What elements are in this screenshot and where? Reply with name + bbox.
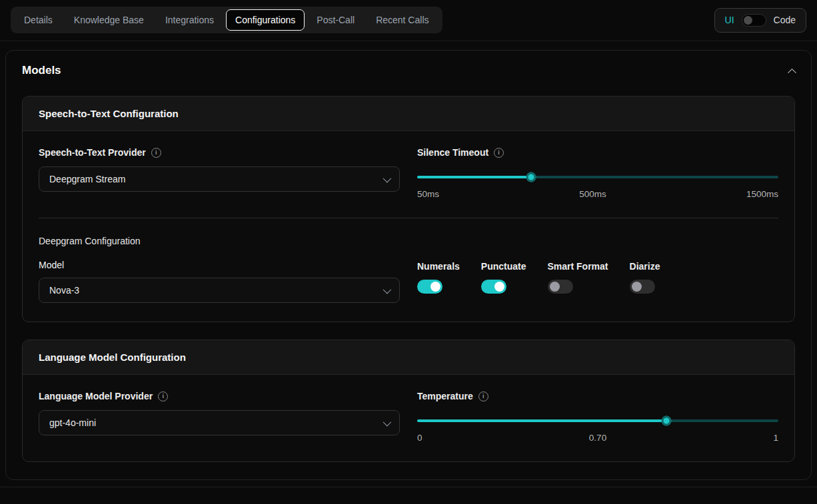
silence-timeout-field: Silence Timeout: [417, 147, 778, 199]
smart-format-label: Smart Format: [548, 261, 608, 272]
ui-mode-label[interactable]: UI: [725, 15, 734, 25]
switch-knob: [550, 282, 560, 292]
temperature-scale: 0 0.70 1: [417, 433, 778, 443]
llm-provider-label: Language Model Provider: [39, 391, 153, 401]
ui-code-switch[interactable]: [742, 14, 766, 27]
diarize-toggle-group: Diarize: [630, 261, 660, 294]
slider-fill: [417, 419, 666, 422]
temperature-slider[interactable]: [417, 416, 778, 425]
cards-container: Speech-to-Text Configuration Speech-to-T…: [22, 96, 795, 462]
scale-mid: 500ms: [579, 189, 606, 199]
slider-fill: [417, 176, 531, 178]
numerals-label: Numerals: [417, 261, 460, 272]
switch-knob: [430, 282, 440, 292]
deepgram-model-select[interactable]: Nova-3: [39, 278, 400, 303]
switch-knob: [632, 282, 642, 292]
tab-recent-calls[interactable]: Recent Calls: [367, 9, 438, 31]
scale-min: 0: [417, 433, 422, 443]
code-mode-label[interactable]: Code: [774, 15, 796, 25]
model-label: Model: [39, 260, 400, 270]
slider-track: [417, 176, 778, 178]
silence-timeout-label: Silence Timeout: [417, 147, 488, 158]
divider: [39, 218, 778, 218]
chevron-down-icon: [383, 285, 392, 294]
info-icon[interactable]: [158, 391, 168, 401]
llm-card: Language Model Configuration Language Mo…: [22, 340, 795, 462]
llm-provider-value: gpt-4o-mini: [49, 417, 96, 428]
slider-thumb[interactable]: [526, 172, 536, 182]
tab-post-call[interactable]: Post-Call: [307, 9, 364, 31]
chevron-down-icon: [383, 174, 392, 182]
punctuate-label: Punctuate: [481, 261, 526, 272]
stt-provider-field: Speech-to-Text Provider Deepgram Stream: [39, 147, 400, 199]
stt-provider-select[interactable]: Deepgram Stream: [39, 166, 400, 192]
llm-card-title: Language Model Configuration: [23, 340, 794, 375]
llm-card-body: Language Model Provider gpt-4o-mini Temp…: [23, 375, 794, 461]
punctuate-toggle-group: Punctuate: [481, 261, 526, 294]
top-bar: Details Knowledge Base Integrations Conf…: [0, 0, 817, 41]
silence-timeout-slider[interactable]: [417, 172, 778, 182]
info-icon[interactable]: [151, 148, 161, 158]
bottom-divider: [0, 487, 817, 487]
chevron-down-icon: [383, 417, 392, 426]
tab-details[interactable]: Details: [15, 9, 62, 31]
tab-strip: Details Knowledge Base Integrations Conf…: [11, 7, 442, 33]
slider-track: [417, 419, 778, 422]
tab-integrations[interactable]: Integrations: [156, 9, 223, 31]
switch-knob: [744, 16, 752, 25]
diarize-toggle[interactable]: [630, 280, 655, 294]
scale-mid: 0.70: [589, 433, 606, 443]
stt-card: Speech-to-Text Configuration Speech-to-T…: [22, 96, 795, 322]
numerals-toggle[interactable]: [417, 280, 442, 294]
smart-format-toggle-group: Smart Format: [548, 261, 608, 294]
models-title: Models: [22, 64, 61, 77]
tab-configurations[interactable]: Configurations: [226, 9, 305, 31]
deepgram-config-title: Deepgram Configuration: [39, 236, 778, 246]
info-icon[interactable]: [494, 148, 504, 158]
deepgram-model-field: Model Nova-3: [39, 260, 400, 303]
silence-timeout-scale: 50ms 500ms 1500ms: [417, 189, 778, 199]
tab-knowledge-base[interactable]: Knowledge Base: [65, 9, 153, 31]
llm-provider-select[interactable]: gpt-4o-mini: [39, 410, 400, 435]
temperature-field: Temperature: [417, 391, 778, 443]
info-icon[interactable]: [478, 391, 488, 401]
deepgram-toggles: Numerals Punctuate Smart Format: [417, 260, 778, 303]
slider-thumb[interactable]: [661, 416, 671, 426]
models-section: Models Speech-to-Text Configuration Spee…: [5, 50, 812, 480]
collapse-chevron-up-icon[interactable]: [788, 68, 796, 77]
smart-format-toggle[interactable]: [548, 280, 573, 294]
models-section-header: Models: [22, 64, 795, 77]
scale-max: 1500ms: [746, 189, 778, 199]
scale-min: 50ms: [417, 189, 439, 199]
stt-card-body: Speech-to-Text Provider Deepgram Stream …: [23, 131, 794, 322]
page: Details Knowledge Base Integrations Conf…: [0, 0, 817, 504]
diarize-label: Diarize: [630, 261, 660, 272]
ui-code-toggle-group: UI Code: [714, 8, 806, 33]
stt-card-title: Speech-to-Text Configuration: [23, 97, 794, 131]
switch-knob: [494, 282, 504, 292]
stt-provider-value: Deepgram Stream: [49, 174, 125, 184]
stt-provider-label: Speech-to-Text Provider: [39, 147, 146, 158]
scale-max: 1: [773, 433, 778, 443]
llm-provider-field: Language Model Provider gpt-4o-mini: [39, 391, 400, 443]
numerals-toggle-group: Numerals: [417, 261, 460, 294]
temperature-label: Temperature: [417, 391, 473, 401]
deepgram-model-value: Nova-3: [49, 285, 79, 296]
punctuate-toggle[interactable]: [481, 280, 506, 294]
